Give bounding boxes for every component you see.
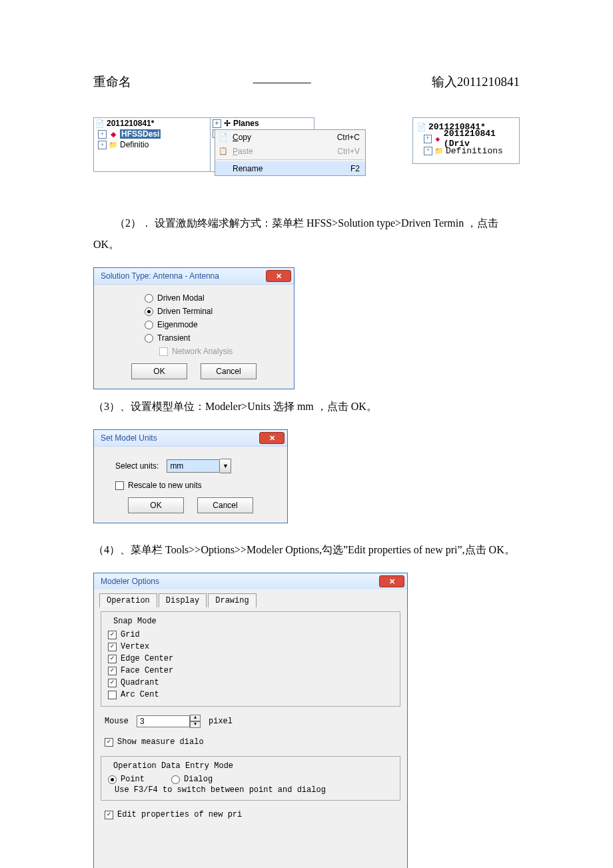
cancel-button[interactable]: Cancel xyxy=(201,363,257,379)
snap-vertex[interactable]: Vertex xyxy=(108,641,393,653)
menu-rename[interactable]: Rename F2 xyxy=(215,161,365,175)
opt-driven-terminal[interactable]: Driven Terminal xyxy=(106,305,282,318)
pixel-label: pixel xyxy=(209,717,233,726)
tree2-def-label: Definitions xyxy=(446,146,503,156)
ok-button[interactable]: OK xyxy=(131,363,187,379)
opt-label: Edge Center xyxy=(121,654,173,663)
tree-definitions[interactable]: + 📁 Definitio xyxy=(94,139,210,150)
opt-label: Grid xyxy=(121,630,140,639)
ok-button[interactable]: OK xyxy=(128,497,184,513)
select-units-label: Select units: xyxy=(115,461,159,471)
na-label: Network Analysis xyxy=(172,347,233,356)
mouse-label: Mouse xyxy=(105,717,129,726)
opt-eigenmode[interactable]: Eigenmode xyxy=(106,318,282,331)
heading-right: 输入2011210841 xyxy=(432,73,520,91)
paragraph-3: （3）、设置模型单位：Modeler>Units 选择 mm ，点击 OK。 xyxy=(93,396,520,417)
checkbox-icon xyxy=(108,679,117,687)
radio-icon xyxy=(145,294,153,303)
menu-copy[interactable]: 📄 Copy Ctrl+C xyxy=(215,130,365,144)
checkbox-icon xyxy=(108,667,117,675)
paste-underline: P xyxy=(233,147,238,156)
rescale-check[interactable]: Rescale to new units xyxy=(106,479,275,492)
design-icon: ◆ xyxy=(434,135,442,143)
tree2-def[interactable]: + 📁 Definitions xyxy=(416,145,516,157)
chevron-down-icon[interactable]: ▼ xyxy=(220,459,231,473)
solution-type-dialog: Solution Type: Antenna - Antenna ✕ Drive… xyxy=(93,267,295,389)
point-label: Point xyxy=(121,775,145,784)
opt-label: Driven Terminal xyxy=(157,307,213,316)
dlg3-title: Modeler Options xyxy=(101,577,159,586)
tree2-design[interactable]: + ◆ 2011210841 (Driv xyxy=(416,133,516,145)
copy-icon: 📄 xyxy=(219,133,228,142)
radio-icon xyxy=(171,775,180,784)
spin-down-icon[interactable]: ▼ xyxy=(190,721,201,728)
dlg2-title: Set Model Units xyxy=(101,433,157,443)
snap-quadrant[interactable]: Quadrant xyxy=(108,677,393,689)
checkbox-icon xyxy=(108,631,117,639)
spin-up-icon[interactable]: ▲ xyxy=(190,715,201,721)
showmeas-label: Show measure dialo xyxy=(117,737,204,747)
cancel-button[interactable]: Cancel xyxy=(197,497,253,513)
snap-face-center[interactable]: Face Center xyxy=(108,665,393,677)
tree-project-label: 2011210841* xyxy=(107,119,154,128)
context-menu: 📄 Copy Ctrl+C 📋 Paste Ctrl+V Rename F2 xyxy=(215,129,366,176)
snap-arc-center[interactable]: Arc Cent xyxy=(108,689,393,701)
edit-properties-check[interactable]: Edit properties of new pri xyxy=(105,809,396,821)
units-combo[interactable]: ▼ xyxy=(167,459,231,473)
paste-shortcut: Ctrl+V xyxy=(322,147,360,156)
opmode-note: Use F3/F4 to switch between point and di… xyxy=(108,785,393,795)
tree-project[interactable]: 📄 2011210841* xyxy=(94,118,210,129)
tab-operation[interactable]: Operation xyxy=(99,593,157,607)
expand-icon[interactable]: + xyxy=(98,130,107,139)
opt-label: Face Center xyxy=(121,666,173,675)
snap-edge-center[interactable]: Edge Center xyxy=(108,653,393,665)
paragraph-2: （2）． 设置激励终端求解方式：菜单栏 HFSS>Solution type>D… xyxy=(93,213,520,255)
snap-grid[interactable]: Grid xyxy=(108,629,393,641)
tree-design-label: HFSSDesi xyxy=(120,129,161,139)
modeler-options-dialog: Modeler Options ✕ Operation Display Draw… xyxy=(93,573,408,868)
opmode-dialog[interactable]: Dialog xyxy=(171,773,213,785)
folder-icon: 📁 xyxy=(434,147,444,155)
opt-label: Vertex xyxy=(121,642,149,651)
show-measure-check[interactable]: Show measure dialo xyxy=(105,736,396,748)
planes-label: Planes xyxy=(233,119,259,128)
heading-dash: ————— xyxy=(253,75,310,89)
copy-underline: C xyxy=(233,133,239,142)
tree-design[interactable]: + ◆ HFSSDesi xyxy=(94,129,210,139)
rescale-label: Rescale to new units xyxy=(128,481,202,490)
design-icon: ◆ xyxy=(109,130,118,138)
opt-label: Quadrant xyxy=(121,678,159,687)
opmode-legend: Operation Data Entry Mode xyxy=(111,761,236,771)
mouse-pixel-input[interactable] xyxy=(137,715,190,727)
expand-icon[interactable]: + xyxy=(98,141,107,149)
opt-label: Driven Modal xyxy=(157,293,205,303)
close-icon[interactable]: ✕ xyxy=(379,575,404,587)
radio-icon xyxy=(108,775,117,784)
snap-legend: Snap Mode xyxy=(111,617,159,626)
rename-label: Rename xyxy=(233,164,263,173)
radio-icon xyxy=(145,321,153,329)
tab-display[interactable]: Display xyxy=(159,593,207,607)
opt-driven-modal[interactable]: Driven Modal xyxy=(106,291,282,305)
opmode-point[interactable]: Point xyxy=(108,773,145,785)
opt-transient[interactable]: Transient xyxy=(106,331,282,345)
copy-shortcut: Ctrl+C xyxy=(322,133,360,142)
expand-icon[interactable]: + xyxy=(424,135,432,143)
opt-label: Arc Cent xyxy=(121,690,159,699)
paragraph-4: （4）、菜单栏 Tools>>Options>>Modeler Options,… xyxy=(93,539,520,561)
close-icon[interactable]: ✕ xyxy=(259,432,285,444)
mouse-pixel-spinner[interactable]: ▲▼ xyxy=(137,715,201,728)
checkbox-icon xyxy=(159,347,168,356)
tree-planes[interactable]: + ✢ Planes xyxy=(211,118,314,129)
dialog-label: Dialog xyxy=(184,775,213,784)
checkbox-icon xyxy=(105,811,113,819)
checkbox-icon xyxy=(115,481,124,490)
editprop-label: Edit properties of new pri xyxy=(117,810,242,819)
tab-drawing[interactable]: Drawing xyxy=(208,593,256,607)
close-icon[interactable]: ✕ xyxy=(266,270,291,282)
expand-icon[interactable]: + xyxy=(213,119,221,128)
units-input[interactable] xyxy=(167,459,220,473)
expand-icon[interactable]: + xyxy=(424,147,432,155)
project-icon: 📄 xyxy=(95,119,105,127)
checkbox-icon xyxy=(108,655,117,663)
